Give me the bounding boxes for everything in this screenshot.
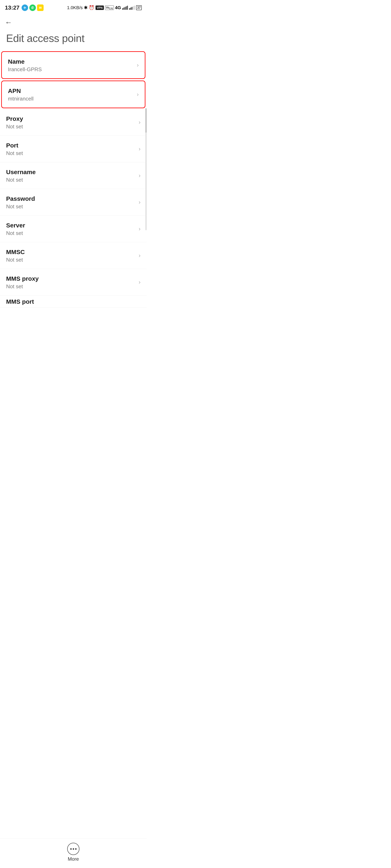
more-button-icon[interactable] — [67, 843, 79, 855]
chevron-right-icon-mmsc: › — [139, 252, 141, 259]
settings-item-password-content: Password Not set — [6, 195, 135, 210]
chevron-right-icon-server: › — [139, 226, 141, 232]
bottom-nav: More — [0, 838, 147, 868]
more-dot-2 — [73, 848, 74, 850]
bluetooth-icon: ✱ — [84, 5, 88, 10]
back-arrow-icon: ← — [5, 18, 12, 26]
chevron-right-icon-username: › — [139, 172, 141, 179]
chevron-right-icon-apn: › — [137, 91, 139, 98]
network-speed: 1.0KB/s — [67, 5, 83, 10]
chevron-right-icon-mms-proxy: › — [139, 279, 141, 285]
page-title: Edit access point — [0, 28, 147, 51]
settings-item-password-title: Password — [6, 195, 135, 203]
scrollbar-thumb[interactable] — [145, 108, 147, 133]
settings-item-mmsc-content: MMSC Not set — [6, 248, 135, 263]
settings-item-mms-port[interactable]: MMS port — [0, 296, 147, 308]
settings-item-port-title: Port — [6, 142, 135, 149]
settings-item-server-content: Server Not set — [6, 221, 135, 237]
settings-item-mms-port-title: MMS port — [6, 298, 141, 306]
alarm-icon: ⏰ — [89, 5, 94, 10]
settings-item-password[interactable]: Password Not set › — [0, 189, 147, 216]
settings-item-name-content: Name Irancell-GPRS — [8, 58, 134, 73]
settings-item-username-content: Username Not set — [6, 168, 135, 183]
settings-item-mms-proxy-content: MMS proxy Not set — [6, 275, 135, 290]
settings-item-proxy-content: Proxy Not set — [6, 115, 135, 130]
settings-item-port[interactable]: Port Not set › — [0, 136, 147, 162]
settings-item-server[interactable]: Server Not set › — [0, 216, 147, 242]
settings-item-username-value: Not set — [6, 177, 135, 183]
status-bar: 13:27 ✈ ✆ ✉ 1.0KB/s ✱ ⏰ VPN VoLTE 4G 37 — [0, 0, 147, 14]
scrollbar-track — [145, 108, 147, 230]
settings-item-port-content: Port Not set — [6, 142, 135, 156]
chevron-right-icon-proxy: › — [139, 119, 141, 125]
settings-item-mmsc-value: Not set — [6, 257, 135, 263]
settings-item-port-value: Not set — [6, 150, 135, 156]
settings-item-username-title: Username — [6, 168, 135, 176]
time-display: 13:27 — [5, 4, 20, 11]
battery-icon: 37 — [136, 5, 142, 10]
settings-item-mms-proxy-value: Not set — [6, 283, 135, 290]
notification-icon: ✉ — [37, 4, 44, 11]
chevron-right-icon-password: › — [139, 199, 141, 206]
settings-list: Name Irancell-GPRS › APN mtnirancell › P… — [0, 51, 147, 308]
more-dot-1 — [70, 848, 72, 850]
back-button[interactable]: ← — [0, 14, 147, 28]
settings-item-proxy[interactable]: Proxy Not set › — [0, 109, 147, 136]
settings-item-apn-content: APN mtnirancell — [8, 87, 134, 102]
4g-icon: 4G — [115, 5, 121, 10]
more-label[interactable]: More — [68, 856, 79, 862]
settings-item-proxy-title: Proxy — [6, 115, 135, 123]
more-dot-3 — [75, 848, 77, 850]
signal-bars-1 — [122, 6, 128, 10]
settings-item-apn[interactable]: APN mtnirancell › — [1, 81, 145, 108]
settings-item-server-title: Server — [6, 221, 135, 229]
settings-item-mmsc-title: MMSC — [6, 248, 135, 256]
battery-level: 37 — [137, 6, 141, 9]
status-time-area: 13:27 ✈ ✆ ✉ — [5, 4, 44, 11]
settings-item-apn-title: APN — [8, 87, 134, 95]
notification-icons: ✈ ✆ ✉ — [22, 4, 44, 11]
settings-item-name-value: Irancell-GPRS — [8, 66, 134, 73]
settings-item-mmsc[interactable]: MMSC Not set › — [0, 242, 147, 269]
settings-item-mms-port-content: MMS port — [6, 298, 141, 306]
whatsapp-icon: ✆ — [29, 4, 36, 11]
settings-item-mms-proxy-title: MMS proxy — [6, 275, 135, 283]
vpn-badge: VPN — [95, 5, 104, 10]
system-icons: 1.0KB/s ✱ ⏰ VPN VoLTE 4G 37 — [67, 5, 142, 10]
settings-item-username[interactable]: Username Not set › — [0, 162, 147, 189]
chevron-right-icon-port: › — [139, 146, 141, 152]
settings-item-name[interactable]: Name Irancell-GPRS › — [1, 51, 145, 79]
settings-item-mms-proxy[interactable]: MMS proxy Not set › — [0, 269, 147, 296]
settings-item-proxy-value: Not set — [6, 123, 135, 130]
chevron-right-icon: › — [137, 62, 139, 68]
telegram-icon: ✈ — [22, 4, 28, 11]
signal-bars-2 — [129, 6, 135, 10]
settings-item-name-title: Name — [8, 58, 134, 65]
settings-item-server-value: Not set — [6, 230, 135, 237]
volte-badge: VoLTE — [105, 5, 114, 10]
settings-item-password-value: Not set — [6, 204, 135, 210]
settings-item-apn-value: mtnirancell — [8, 96, 134, 102]
